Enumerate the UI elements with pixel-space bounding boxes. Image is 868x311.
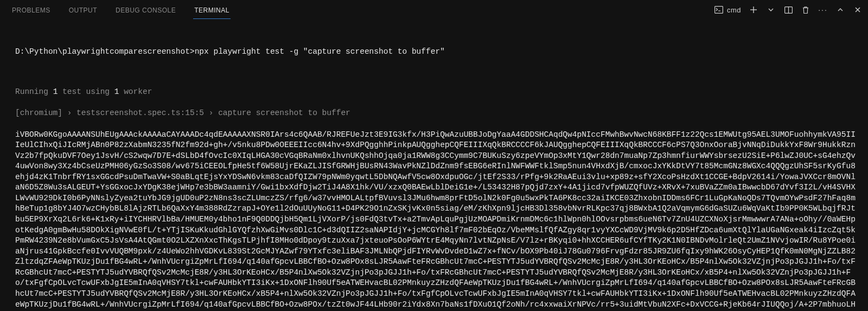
running-prefix: Running xyxy=(15,87,53,96)
terminal-shell-icon xyxy=(714,5,724,15)
shell-indicator[interactable]: cmd xyxy=(714,5,741,15)
prompt: D:\Python\playwrightcomparescreenshot> xyxy=(15,47,195,56)
close-panel-icon[interactable] xyxy=(853,5,863,15)
split-terminal-icon[interactable] xyxy=(783,5,793,15)
panel-tabs: PROBLEMS OUTPUT DEBUG CONSOLE TERMINAL xyxy=(11,1,231,19)
tab-debug-console[interactable]: DEBUG CONSOLE xyxy=(114,1,177,19)
running-mid: test using xyxy=(58,87,114,96)
tab-terminal[interactable]: TERMINAL xyxy=(193,1,231,19)
tab-output[interactable]: OUTPUT xyxy=(68,1,98,19)
spec-line: [chromium] › testscreenshot.spec.ts:15:5… xyxy=(15,108,857,119)
kill-terminal-icon[interactable] xyxy=(801,5,810,15)
maximize-panel-icon[interactable] xyxy=(835,5,845,15)
new-terminal-icon[interactable] xyxy=(749,5,758,15)
running-suffix: worker xyxy=(119,87,152,96)
command-text: npx playwright test -g "capture screensh… xyxy=(195,47,445,56)
tab-problems[interactable]: PROBLEMS xyxy=(11,1,52,19)
svg-rect-0 xyxy=(715,7,723,14)
chevron-down-icon[interactable] xyxy=(766,5,776,15)
more-actions-icon[interactable]: ··· xyxy=(818,5,828,15)
base64-output: iVBORw0KGgoAAAANSUhEUgAAAckAAAAaCAYAAADc… xyxy=(15,130,857,312)
terminal-output[interactable]: D:\Python\playwrightcomparescreenshot>np… xyxy=(0,20,868,311)
panel-header: PROBLEMS OUTPUT DEBUG CONSOLE TERMINAL c… xyxy=(0,0,868,20)
terminal-toolbar: cmd ··· xyxy=(714,5,863,15)
shell-label: cmd xyxy=(727,6,741,14)
